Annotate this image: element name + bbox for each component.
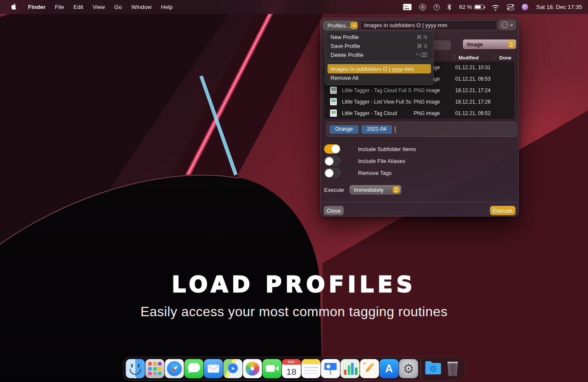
dock-separator	[421, 359, 421, 379]
file-row[interactable]: Little Tagger - Tag Cloud PNG image 01.1…	[324, 107, 514, 119]
menu-window[interactable]: Window	[126, 4, 156, 10]
little-tagger-popover: Profiles... Images in subfolders O | yyy…	[320, 18, 519, 216]
dock-finder[interactable]	[126, 359, 145, 378]
execute-mode-dropdown[interactable]: Immediately	[350, 185, 401, 194]
dock-launchpad[interactable]	[146, 359, 165, 378]
file-kind: PNG image	[414, 110, 455, 116]
include-subfolder-toggle[interactable]	[324, 144, 340, 154]
dock-numbers[interactable]	[341, 359, 360, 378]
menu-go[interactable]: Go	[109, 4, 126, 10]
tag-token[interactable]: Orange	[330, 125, 358, 134]
downloads-folder-icon: ↓	[426, 363, 441, 374]
column-divider[interactable]	[494, 54, 495, 61]
profiles-menu: New Profile ⌘ N Save Profile ⌘ S Delete …	[325, 31, 434, 85]
popover-arrow	[414, 14, 424, 18]
file-kind: PNG image	[414, 99, 455, 105]
menu-item-delete-profile[interactable]: Delete Profile ^ ⌫	[325, 51, 433, 59]
dock-trash[interactable]	[443, 359, 462, 378]
tags-input-field[interactable]: Orange 2021-04	[326, 122, 517, 137]
dock-notes[interactable]	[302, 359, 321, 378]
keynote-podium-icon	[325, 363, 337, 370]
menu-file[interactable]: File	[50, 4, 69, 10]
toggle-label: Include File Aliases	[358, 158, 405, 164]
include-aliases-toggle[interactable]	[324, 156, 340, 166]
file-row[interactable]: Little Tagger - List View Full Sc... PNG…	[324, 96, 514, 107]
column-divider[interactable]	[454, 54, 455, 61]
calendar-month: DEC	[282, 359, 301, 365]
profiles-pulldown-button[interactable]: Profiles...	[323, 21, 358, 30]
menu-item-remove-all[interactable]: Remove All	[325, 73, 433, 82]
toggle-label: Remove Tags	[358, 170, 392, 176]
wifi-menubar-item[interactable]	[488, 2, 503, 12]
control-center-icon	[507, 4, 514, 10]
time-machine-menubar-item[interactable]	[430, 2, 443, 12]
menu-item-saved-profile[interactable]: Images in subfolders O | yyyy-mm	[328, 64, 431, 73]
dock-safari[interactable]	[165, 359, 184, 378]
menu-item-label: Delete Profile	[330, 52, 364, 58]
menu-item-label: Images in subfolders O | yyyy-mm	[330, 66, 414, 72]
menubar-clock[interactable]: Sat 18. Dec 17:35	[532, 4, 584, 10]
tag-token[interactable]: 2021-04	[361, 125, 392, 134]
menu-item-shortcut: ⌘ N	[417, 34, 427, 40]
control-center-menubar-item[interactable]	[503, 2, 518, 12]
dock-photos[interactable]	[243, 359, 262, 378]
menu-help[interactable]: Help	[156, 4, 177, 10]
menu-item-save-profile[interactable]: Save Profile ⌘ S	[325, 42, 433, 51]
menu-item-shortcut: ⌘ S	[417, 43, 427, 49]
hotspot-menubar-item[interactable]	[415, 2, 430, 12]
png-file-icon	[330, 87, 337, 94]
marketing-title: LOAD PROFILES	[0, 272, 588, 297]
file-row[interactable]: Little Tagger - Tag Cloud Full S... PNG …	[324, 84, 514, 96]
menu-item-new-profile[interactable]: New Profile ⌘ N	[325, 33, 433, 42]
bluetooth-icon	[447, 4, 451, 10]
dock-system-preferences[interactable]: ⚙	[399, 359, 418, 378]
siri-menubar-item[interactable]	[518, 2, 532, 12]
download-arrow-icon: ↓	[430, 365, 437, 372]
menu-app-name[interactable]: Finder	[23, 4, 50, 10]
bluetooth-menubar-item[interactable]	[443, 2, 455, 12]
dock-keynote[interactable]	[321, 359, 340, 378]
menu-view[interactable]: View	[88, 4, 109, 10]
battery-menubar-item[interactable]: 62 %	[455, 2, 488, 12]
execute-button[interactable]: Execute	[490, 206, 515, 215]
speech-bubble-icon	[188, 363, 200, 372]
profile-name-value: Images in subfolders O | yyyy-mm	[364, 22, 447, 28]
dock-calendar[interactable]: DEC 18	[282, 359, 301, 378]
png-file-icon	[330, 110, 337, 117]
pen-icon	[365, 362, 375, 373]
png-file-icon	[330, 98, 337, 105]
dock-facetime[interactable]	[263, 359, 282, 378]
profile-name-input[interactable]: Images in subfolders O | yyyy-mm	[360, 20, 497, 30]
file-name: Little Tagger - List View Full Sc...	[342, 99, 412, 105]
menu-item-label: New Profile	[330, 34, 358, 40]
keynote-stand-icon	[330, 370, 331, 375]
notes-header-icon	[302, 359, 321, 364]
kind-filter-dropdown[interactable]: Image	[463, 39, 516, 49]
apple-menu[interactable]	[5, 3, 23, 11]
column-header-modified[interactable]: Modified	[459, 55, 479, 60]
close-button[interactable]: Close	[324, 206, 344, 215]
menu-item-shortcut: ^ ⌫	[416, 52, 427, 58]
remove-tags-toggle[interactable]	[324, 168, 340, 177]
dock-pages[interactable]: “	[360, 359, 379, 378]
hotspot-rings-icon	[419, 4, 426, 11]
column-header-done[interactable]: Done	[499, 55, 512, 60]
file-modified: 01.12.21, 09:52	[455, 110, 496, 116]
chevron-down-icon	[350, 22, 358, 29]
dock-maps[interactable]: ➤	[224, 359, 243, 378]
siri-icon	[522, 4, 528, 10]
dock-downloads[interactable]: ↓	[424, 359, 443, 378]
menu-edit[interactable]: Edit	[69, 4, 88, 10]
dock-app-store[interactable]: A	[380, 359, 399, 378]
dock-messages[interactable]	[185, 359, 204, 378]
more-options-button[interactable]: ⋯	[498, 20, 516, 30]
footer-divider	[321, 202, 518, 202]
envelope-icon	[208, 365, 219, 373]
marketing-text: LOAD PROFILES Easily access your most co…	[0, 272, 588, 320]
gear-icon: ⚙	[403, 361, 414, 376]
execute-mode-value: Immediately	[354, 187, 384, 193]
little-tagger-menubar-item[interactable]	[399, 2, 415, 12]
dock-mail[interactable]	[204, 359, 223, 378]
file-modified: 18.12.21, 17:26	[455, 99, 496, 105]
file-name: Little Tagger - Tag Cloud Full S...	[342, 87, 412, 93]
